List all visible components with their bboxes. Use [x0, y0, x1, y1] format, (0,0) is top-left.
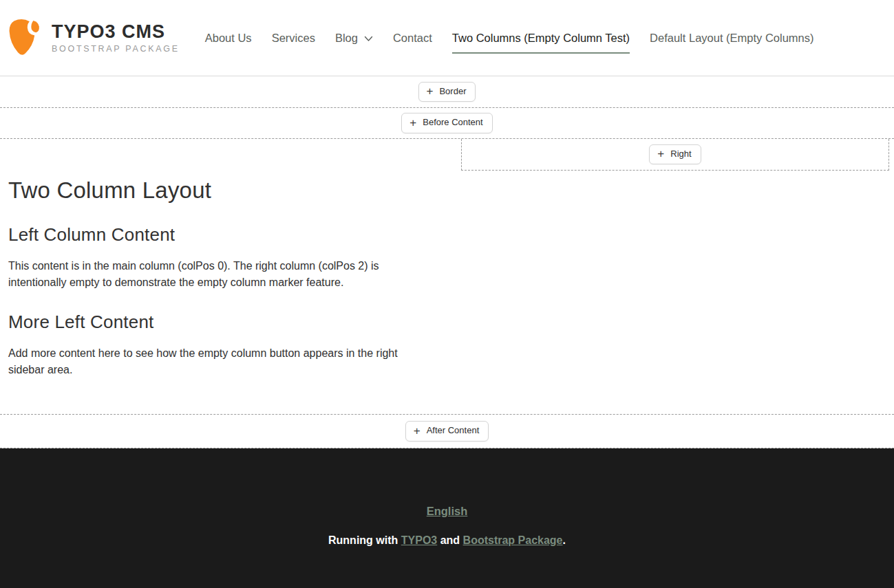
add-before-content-button[interactable]: + Before Content	[401, 113, 492, 133]
site-logo[interactable]: TYPO3 CMS BOOTSTRAP PACKAGE	[7, 19, 180, 58]
plus-icon: +	[409, 118, 416, 128]
nav-item-blog[interactable]: Blog	[335, 23, 373, 54]
add-border-label: Border	[439, 86, 466, 97]
chevron-down-icon	[364, 36, 373, 42]
credit-suffix: .	[563, 534, 566, 546]
add-right-button[interactable]: + Right	[649, 144, 701, 164]
brand-text: TYPO3 CMS BOOTSTRAP PACKAGE	[52, 23, 180, 54]
nav-item-two-columns-active[interactable]: Two Columns (Empty Column Test)	[452, 23, 630, 54]
section-heading-left-column: Left Column Content	[8, 224, 886, 246]
section-heading-more-left: More Left Content	[8, 312, 886, 333]
two-column-row: + Right	[0, 139, 894, 171]
add-before-content-label: Before Content	[423, 117, 482, 128]
nav-item-label: Services	[272, 32, 315, 45]
brand-title: TYPO3 CMS	[52, 23, 180, 41]
plus-icon: +	[657, 149, 664, 159]
credit-middle: and	[437, 534, 462, 546]
brand-subtitle: BOOTSTRAP PACKAGE	[52, 45, 180, 54]
main-content: Two Column Layout Left Column Content Th…	[0, 171, 894, 414]
nav-item-services[interactable]: Services	[272, 23, 315, 54]
nav-item-label: Blog	[335, 32, 358, 45]
bootstrap-package-link[interactable]: Bootstrap Package	[463, 534, 563, 546]
left-column-area	[0, 139, 461, 171]
add-after-content-label: After Content	[427, 425, 480, 436]
dropzone-before-content: + Before Content	[0, 108, 894, 139]
site-header: TYPO3 CMS BOOTSTRAP PACKAGE About Us Ser…	[0, 0, 894, 76]
main-nav: About Us Services Blog Contact Two Colum…	[205, 23, 814, 54]
typo3-link[interactable]: TYPO3	[401, 534, 437, 546]
nav-item-label: About Us	[205, 32, 252, 45]
page-title: Two Column Layout	[8, 177, 886, 204]
nav-item-label: Default Layout (Empty Columns)	[650, 32, 813, 45]
plus-icon: +	[427, 86, 434, 96]
dropzone-border: + Border	[0, 76, 894, 108]
credit-prefix: Running with	[328, 534, 401, 546]
language-link-english[interactable]: English	[427, 505, 468, 518]
section-body-left-column: This content is in the main column (colP…	[8, 258, 421, 291]
add-border-button[interactable]: + Border	[418, 82, 476, 102]
add-after-content-button[interactable]: + After Content	[405, 421, 489, 441]
nav-item-label: Contact	[393, 32, 432, 45]
site-footer: English Running with TYPO3 and Bootstrap…	[0, 448, 894, 588]
nav-item-label: Two Columns (Empty Column Test)	[452, 32, 630, 45]
dropzone-after-content: + After Content	[0, 414, 894, 448]
nav-item-default-layout[interactable]: Default Layout (Empty Columns)	[650, 23, 813, 54]
add-right-label: Right	[670, 149, 691, 160]
nav-item-about-us[interactable]: About Us	[205, 23, 252, 54]
dropzone-right-column: + Right	[461, 139, 889, 171]
section-body-more-left: Add more content here to see how the emp…	[8, 345, 421, 378]
footer-credit: Running with TYPO3 and Bootstrap Package…	[328, 534, 566, 547]
typo3-logo-icon	[7, 19, 43, 58]
nav-item-contact[interactable]: Contact	[393, 23, 432, 54]
plus-icon: +	[414, 426, 421, 436]
